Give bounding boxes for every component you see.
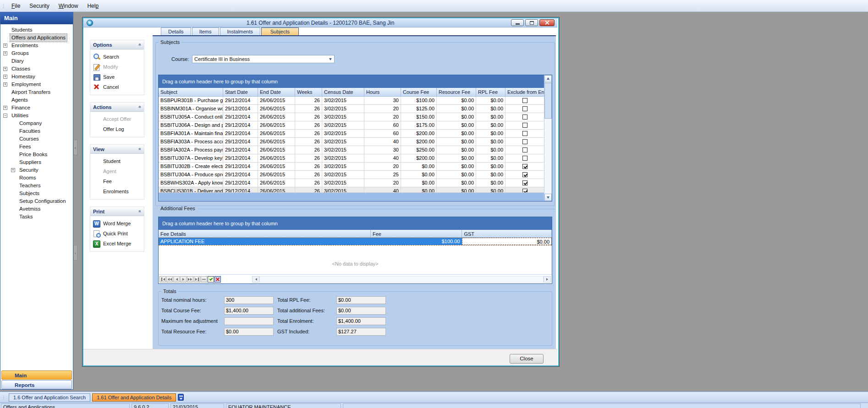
sidebar-item-airport-transfers[interactable]: Airport Transfers	[0, 88, 73, 96]
checkbox-unchecked-icon[interactable]	[522, 139, 527, 144]
column-header-end[interactable]: End Date	[258, 88, 295, 96]
nav-prev-page-icon[interactable]	[166, 276, 173, 283]
panel-action-search[interactable]: Search	[90, 52, 144, 62]
close-button[interactable]	[539, 19, 555, 26]
cell-census[interactable]: 3/02/2015	[322, 113, 364, 121]
table-row[interactable]: BSBITU302B - Create electron29/12/201426…	[159, 163, 552, 171]
sidebar-item-utilities[interactable]: −Utilities	[0, 112, 73, 120]
nav-next-page-icon[interactable]	[187, 276, 193, 283]
menu-item-window[interactable]: Window	[54, 0, 83, 12]
cell-exclude[interactable]	[505, 146, 545, 154]
column-header-exclude[interactable]: Exclude from Enr	[505, 88, 545, 96]
sidebar-item-subjects[interactable]: Subjects	[0, 190, 73, 197]
cell-end[interactable]: 26/06/2015	[258, 154, 295, 162]
cell-exclude[interactable]	[505, 154, 545, 162]
close-button[interactable]: Close	[510, 354, 544, 364]
sidebar-item-tasks[interactable]: Tasks	[0, 213, 73, 221]
sidebar-item-price-books[interactable]: Price Books	[0, 151, 73, 158]
cell-hours[interactable]: 20	[364, 179, 401, 187]
cell-weeks[interactable]: 26	[295, 163, 322, 170]
cell-rpl_fee[interactable]: $0.00	[476, 187, 505, 192]
cell-start[interactable]: 29/12/2014	[223, 113, 258, 121]
expand-plus-icon[interactable]: +	[3, 51, 7, 55]
vertical-scrollbar[interactable]	[544, 75, 552, 201]
cell-hours[interactable]: 20	[364, 163, 401, 170]
sidebar-item-diary[interactable]: Diary	[0, 57, 73, 65]
cell-end[interactable]: 26/06/2015	[258, 163, 295, 170]
cell-census[interactable]: 3/02/2015	[322, 163, 364, 170]
group-by-bar[interactable]: Drag a column header here to group by th…	[159, 75, 552, 88]
checkbox-unchecked-icon[interactable]	[522, 147, 527, 152]
cell-exclude[interactable]	[505, 105, 545, 113]
taskbar-tab-1-61-offer-and-application-details[interactable]: 1.61 Offer and Application Details	[92, 393, 176, 402]
cell-rpl_fee[interactable]: $0.00	[476, 113, 505, 121]
table-row[interactable]: BSBFIA302A - Process payroll29/12/201426…	[159, 146, 552, 154]
table-row[interactable]: BSBINM301A - Organise workp29/12/201426/…	[159, 105, 552, 113]
sidebar-item-faculties[interactable]: Faculties	[0, 127, 73, 135]
cell-rpl_fee[interactable]: $0.00	[476, 130, 505, 137]
panel-group-header-print[interactable]: Print»	[90, 207, 144, 216]
column-header-hours[interactable]: Hours	[364, 88, 401, 96]
cell-start[interactable]: 29/12/2014	[223, 121, 258, 129]
cell-weeks[interactable]: 26	[295, 97, 322, 104]
cell-start[interactable]: 29/12/2014	[223, 171, 258, 179]
chevron-up-icon[interactable]: »	[137, 106, 143, 109]
menu-item-help[interactable]: Help	[82, 0, 103, 12]
cell-course_fee[interactable]: $0.00	[401, 171, 437, 179]
cell-end[interactable]: 26/06/2015	[258, 113, 295, 121]
cell-start[interactable]: 29/12/2014	[223, 105, 258, 113]
cell-subject[interactable]: BSBITU306A - Design and prod	[159, 121, 223, 129]
expand-plus-icon[interactable]: +	[11, 168, 15, 172]
cell-subject[interactable]: BSBITU302B - Create electron	[159, 163, 223, 170]
cell-census[interactable]: 3/02/2015	[322, 179, 364, 187]
column-header-rpl_fee[interactable]: RPL Fee	[476, 88, 505, 96]
dialog-titlebar[interactable]: 1.61 Offer and Application Details - 120…	[83, 18, 557, 27]
cell-weeks[interactable]: 26	[295, 171, 322, 179]
cell-hours[interactable]: 25	[364, 171, 401, 179]
cell-rpl_fee[interactable]: $0.00	[476, 146, 505, 154]
cell-exclude[interactable]	[505, 97, 545, 104]
checkbox-checked-icon[interactable]	[522, 189, 527, 192]
cell-rpl_fee[interactable]: $0.00	[476, 105, 505, 113]
cell-weeks[interactable]: 26	[295, 146, 322, 154]
window-list-icon[interactable]	[178, 394, 184, 401]
cell-resource_fee[interactable]: $0.00	[437, 113, 476, 121]
cell-course_fee[interactable]: $0.00	[401, 187, 437, 192]
cell-weeks[interactable]: 26	[295, 179, 322, 187]
cell-exclude[interactable]	[505, 130, 545, 137]
chevron-down-icon[interactable]	[327, 58, 334, 60]
table-row[interactable]: BSBITU304A - Produce spread29/12/201426/…	[159, 171, 552, 179]
checkbox-checked-icon[interactable]	[522, 172, 527, 177]
cell-hours[interactable]: 60	[364, 130, 401, 137]
hscroll-right-icon[interactable]	[544, 276, 551, 283]
panel-action-student[interactable]: Student	[90, 156, 144, 166]
cell-subject[interactable]: BSBINM301A - Organise workp	[159, 105, 223, 113]
chevron-up-icon[interactable]: »	[137, 148, 143, 151]
cell-hours[interactable]: 30	[364, 146, 401, 154]
sidebar-item-employment[interactable]: +Employment	[0, 81, 73, 88]
cell-census[interactable]: 3/02/2015	[322, 154, 364, 162]
cell-hours[interactable]: 40	[364, 187, 401, 192]
sidebar-item-classes[interactable]: +Classes	[0, 65, 73, 73]
cell-start[interactable]: 29/12/2014	[223, 154, 258, 162]
checkbox-checked-icon[interactable]	[522, 180, 527, 185]
panel-action-word-merge[interactable]: Word Merge	[90, 218, 144, 228]
cell-end[interactable]: 26/06/2015	[258, 179, 295, 187]
column-header-start[interactable]: Start Date	[223, 88, 258, 96]
cell-resource_fee[interactable]: $0.00	[437, 163, 476, 170]
cell-rpl_fee[interactable]: $0.00	[476, 138, 505, 146]
sidebar-item-company[interactable]: Company	[0, 120, 73, 127]
cell-hours[interactable]: 60	[364, 121, 401, 129]
sidebar-item-rooms[interactable]: Rooms	[0, 174, 73, 182]
cell-start[interactable]: 29/12/2014	[223, 130, 258, 137]
cell-weeks[interactable]: 26	[295, 138, 322, 146]
cell-rpl_fee[interactable]: $0.00	[476, 163, 505, 170]
cell-end[interactable]: 26/06/2015	[258, 187, 295, 192]
cell-subject[interactable]: BSBITU304A - Produce spread	[159, 171, 223, 179]
tab-instalments[interactable]: Instalments	[220, 27, 260, 36]
panel-group-header-actions[interactable]: Actions»	[90, 103, 144, 112]
scrollbar-thumb[interactable]	[544, 83, 552, 119]
cell-resource_fee[interactable]: $0.00	[437, 154, 476, 162]
cell-hours[interactable]: 40	[364, 138, 401, 146]
checkbox-checked-icon[interactable]	[522, 164, 527, 169]
